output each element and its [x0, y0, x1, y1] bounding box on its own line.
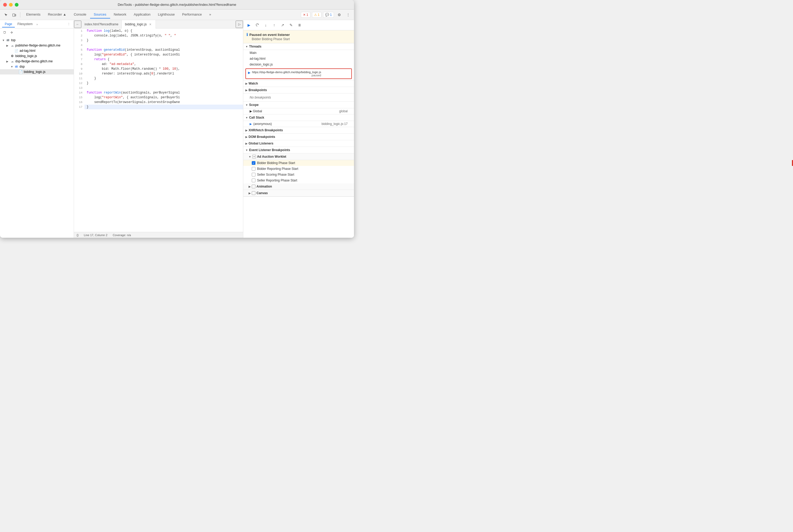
- thread-decision-label: decision_logic.js: [250, 63, 272, 66]
- animation-subgroup-header[interactable]: ▶ Animation: [243, 183, 354, 190]
- thread-main[interactable]: Main: [243, 50, 354, 56]
- scope-arrow-icon: ▼: [245, 103, 248, 107]
- step-button[interactable]: ↗: [279, 22, 286, 28]
- tab-sources[interactable]: Sources: [90, 11, 110, 18]
- call-stack-section-header[interactable]: ▼ Call Stack: [243, 114, 354, 121]
- event-bidder-reporting-phase-start[interactable]: Bidder Reporting Phase Start: [243, 166, 354, 172]
- tree-node-adtag[interactable]: 📄 ad-tag.html: [0, 48, 74, 53]
- domain-icon: ☁: [10, 43, 14, 48]
- line-code: bid: Math.floor(Math.random() * 100, 10)…: [84, 66, 243, 71]
- code-line-5: 5 function generateBid(interestGroup, au…: [74, 48, 243, 52]
- thread-adtag[interactable]: ad-tag.html: [243, 56, 354, 61]
- bidder-reporting-checkbox[interactable]: [252, 167, 256, 171]
- line-number: 3: [74, 38, 84, 43]
- animation-checkbox[interactable]: [252, 185, 256, 188]
- more-options-button[interactable]: ⋮: [344, 11, 352, 18]
- paused-info-icon: ℹ: [246, 33, 248, 37]
- editor-tab-bidding[interactable]: bidding_logic.js ×: [122, 20, 156, 28]
- tree-label-bidding-dsp: bidding_logic.js: [24, 70, 45, 74]
- tree-node-publisher[interactable]: ▶ ☁ publisher-fledge-demo.glitch.me: [0, 43, 74, 48]
- editor-tab-index[interactable]: index.html?fencedframe: [81, 20, 122, 28]
- global-listeners-section-header[interactable]: ▶ Global Listeners: [243, 140, 354, 147]
- format-icon[interactable]: {}: [77, 233, 78, 237]
- edit-breakpoints-button[interactable]: ✎: [288, 22, 295, 28]
- seller-reporting-label: Seller Reporting Phase Start: [257, 178, 297, 182]
- editor-tab-index-label: index.html?fencedframe: [84, 22, 118, 26]
- ad-auction-worklet-header[interactable]: ▼ − Ad Auction Worklet: [243, 153, 354, 160]
- event-seller-scoring-phase-start[interactable]: Seller Scoring Phase Start: [243, 172, 354, 177]
- tab-application[interactable]: Application: [130, 11, 154, 18]
- code-line-1: 1 function log(label, o) {: [74, 28, 243, 33]
- file-tree-options-button[interactable]: ⋮: [66, 21, 72, 27]
- tree-node-bidding-pub[interactable]: ⚙ bidding_logic.js: [0, 53, 74, 59]
- tree-node-top[interactable]: ▼ top: [0, 38, 74, 43]
- threads-section-header[interactable]: ▼ Threads: [243, 43, 354, 50]
- pause-on-exceptions-button[interactable]: ⏸: [296, 22, 303, 28]
- warning-badge-button[interactable]: ⚠ 1: [312, 12, 322, 18]
- code-editor-area[interactable]: 1 function log(label, o) { 2 console.log…: [74, 28, 243, 232]
- cursor-tool-button[interactable]: [2, 11, 10, 18]
- error-badge-button[interactable]: ✕ 1: [301, 12, 310, 18]
- tab-filesystem[interactable]: Filesystem: [15, 21, 35, 27]
- xhr-breakpoints-section-header[interactable]: ▶ XHR/fetch Breakpoints: [243, 127, 354, 134]
- tab-network[interactable]: Network: [110, 11, 130, 18]
- event-listener-breakpoints-header[interactable]: ▼ Event Listener Breakpoints: [243, 147, 354, 153]
- call-stack-anonymous[interactable]: ▶ (anonymous) bidding_logic.js:17: [243, 121, 354, 127]
- event-listeners-arrow-icon: ▼: [245, 149, 248, 152]
- sync-button[interactable]: [2, 30, 7, 35]
- bidder-bidding-checkbox[interactable]: ✓: [252, 161, 256, 165]
- scope-section-header[interactable]: ▼ Scope: [243, 102, 354, 108]
- info-badge-button[interactable]: 💬 1: [323, 12, 334, 18]
- step-into-button[interactable]: ↓: [262, 22, 269, 28]
- device-toolbar-button[interactable]: [11, 11, 18, 18]
- window-controls[interactable]: [3, 3, 18, 6]
- tree-node-bidding-dsp[interactable]: 📄 bidding_logic.js: [0, 69, 74, 75]
- tab-recorder[interactable]: Recorder ▲: [44, 11, 70, 18]
- debugger-scroll[interactable]: ℹ Paused on event listener Bidder Biddin…: [243, 31, 354, 238]
- scope-global-item[interactable]: ▶ Global global: [243, 108, 354, 114]
- editor-back-button[interactable]: ←: [74, 21, 81, 28]
- go-to-folder-button[interactable]: [8, 30, 14, 35]
- thread-decision[interactable]: decision_logic.js: [243, 61, 354, 68]
- settings-button[interactable]: ⚙: [336, 11, 343, 18]
- global-listeners-label: Global Listeners: [249, 141, 273, 145]
- tree-node-dsp-domain[interactable]: ▶ ☁ dsp-fledge-demo.glitch.me: [0, 59, 74, 64]
- line-code: return {: [84, 57, 243, 62]
- editor-tab-close[interactable]: ×: [148, 22, 152, 26]
- thread-active[interactable]: ▶ https://dsp-fledge-demo.glitch.me/dsp/…: [245, 69, 352, 79]
- seller-scoring-label: Seller Scoring Phase Start: [257, 173, 294, 176]
- active-thread-info: https://dsp-fledge-demo.glitch.me/dsp/bi…: [252, 71, 321, 77]
- step-out-button[interactable]: ↑: [271, 22, 278, 28]
- thread-adtag-label: ad-tag.html: [250, 57, 265, 60]
- tab-console[interactable]: Console: [70, 11, 90, 18]
- seller-reporting-checkbox[interactable]: [252, 178, 256, 182]
- tree-node-dsp-folder[interactable]: ▼ dsp: [0, 64, 74, 69]
- watch-section-header[interactable]: ▶ Watch: [243, 80, 354, 87]
- paused-title: ℹ Paused on event listener: [246, 33, 351, 37]
- format-button[interactable]: ▷: [235, 21, 243, 28]
- line-number: 1: [74, 28, 84, 33]
- tree-label-dsp-domain: dsp-fledge-demo.glitch.me: [15, 59, 53, 63]
- close-button[interactable]: [3, 3, 7, 6]
- file-tree: ▼ top ▶ ☁ publisher-fledge-demo.glitch.m…: [0, 36, 74, 238]
- code-line-9: 9 bid: Math.floor(Math.random() * 100, 1…: [74, 66, 243, 71]
- dom-breakpoints-section-header[interactable]: ▶ DOM Breakpoints: [243, 134, 354, 140]
- seller-scoring-checkbox[interactable]: [252, 173, 256, 176]
- call-arrow-icon: ▶: [250, 122, 252, 126]
- main-toolbar: Elements Recorder ▲ Console Sources Netw…: [0, 10, 354, 20]
- minimize-button[interactable]: [9, 3, 13, 6]
- event-seller-reporting-phase-start[interactable]: Seller Reporting Phase Start: [243, 177, 354, 183]
- tab-more[interactable]: »: [206, 11, 215, 18]
- tab-page[interactable]: Page: [2, 21, 15, 27]
- tab-performance[interactable]: Performance: [178, 11, 205, 18]
- resume-button[interactable]: ▶: [245, 22, 252, 28]
- breakpoints-label: Breakpoints: [249, 88, 267, 92]
- breakpoints-section-header[interactable]: ▶ Breakpoints: [243, 87, 354, 94]
- event-bidder-bidding-phase-start[interactable]: ✓ Bidder Bidding Phase Start: [243, 160, 354, 166]
- canvas-checkbox[interactable]: [252, 191, 256, 195]
- maximize-button[interactable]: [15, 3, 18, 6]
- tab-lighthouse[interactable]: Lighthouse: [154, 11, 178, 18]
- step-over-button[interactable]: [254, 22, 261, 28]
- canvas-subgroup-header[interactable]: ▶ Canvas: [243, 190, 354, 196]
- tab-elements[interactable]: Elements: [22, 11, 44, 18]
